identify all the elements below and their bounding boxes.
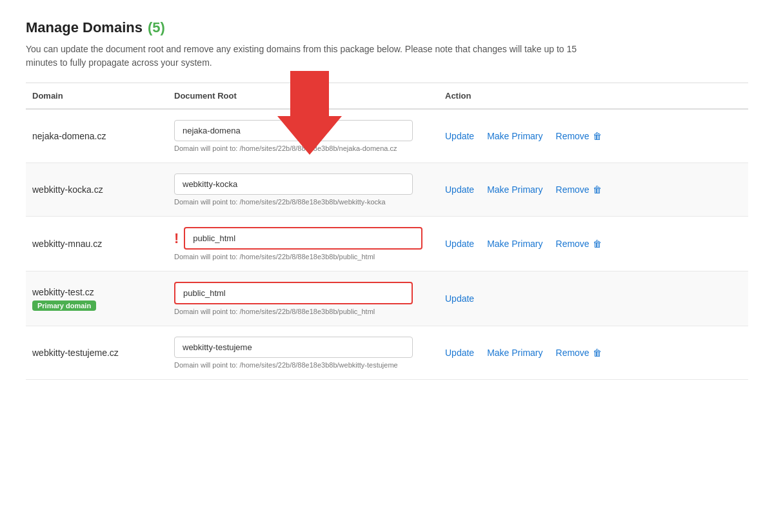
docroot-info-text: Domain will point to: /home/sites/22b/8/… — [174, 308, 432, 315]
docroot-input-container — [174, 337, 432, 358]
trash-icon: 🗑 — [593, 184, 602, 195]
action-remove-link[interactable]: Remove 🗑 — [556, 239, 602, 249]
table-header-row: Domain Document Root Action — [26, 83, 748, 110]
domain-name: webkitty-test.cz — [32, 287, 161, 297]
page-title: Manage Domains (5) — [26, 19, 748, 36]
title-text: Manage Domains — [26, 19, 143, 36]
col-header-domain: Domain — [26, 83, 168, 110]
table-row: webkitty-test.czPrimary domainDomain wil… — [26, 271, 748, 326]
action-cell: UpdateMake PrimaryRemove 🗑 — [439, 163, 748, 217]
domain-cell: webkitty-kocka.cz — [26, 163, 168, 217]
domain-table: Domain Document Root Action nejaka-domen… — [26, 83, 748, 380]
trash-icon: 🗑 — [593, 348, 602, 358]
docroot-info-text: Domain will point to: /home/sites/22b/8/… — [174, 198, 432, 206]
domain-name: webkitty-kocka.cz — [32, 184, 161, 195]
action-update-link[interactable]: Update — [445, 239, 474, 249]
col-header-docroot: Document Root — [168, 83, 439, 110]
domain-cell: webkitty-testujeme.cz — [26, 326, 168, 380]
domain-cell: webkitty-test.czPrimary domain — [26, 271, 168, 326]
domain-name: webkitty-testujeme.cz — [32, 348, 161, 358]
action-cell: UpdateMake PrimaryRemove 🗑 — [439, 217, 748, 271]
action-update-link[interactable]: Update — [445, 184, 474, 195]
action-cell: UpdateMake PrimaryRemove 🗑 — [439, 326, 748, 380]
col-header-action: Action — [439, 83, 748, 110]
page-wrapper: Manage Domains (5) You can update the do… — [26, 19, 748, 380]
table-row: nejaka-domena.czDomain will point to: /h… — [26, 109, 748, 163]
primary-domain-badge: Primary domain — [32, 300, 96, 311]
table-row: webkitty-testujeme.czDomain will point t… — [26, 326, 748, 380]
action-remove-link[interactable]: Remove 🗑 — [556, 348, 602, 358]
docroot-info-text: Domain will point to: /home/sites/22b/8/… — [174, 144, 432, 152]
action-make-primary-link[interactable]: Make Primary — [487, 184, 542, 195]
action-update-link[interactable]: Update — [445, 131, 474, 141]
domain-name: webkitty-mnau.cz — [32, 239, 161, 249]
action-cell: Update — [439, 271, 748, 326]
action-make-primary-link[interactable]: Make Primary — [487, 239, 542, 249]
docroot-cell: Domain will point to: /home/sites/22b/8/… — [168, 271, 439, 326]
docroot-input[interactable] — [174, 337, 413, 358]
domain-cell: nejaka-domena.cz — [26, 109, 168, 163]
docroot-input-container — [174, 173, 432, 195]
table-row: webkitty-mnau.cz!Domain will point to: /… — [26, 217, 748, 271]
docroot-input-container — [174, 120, 432, 141]
trash-icon: 🗑 — [593, 131, 602, 141]
action-update-link[interactable]: Update — [445, 348, 474, 358]
docroot-input[interactable] — [174, 282, 413, 304]
action-update-link[interactable]: Update — [445, 293, 474, 304]
domain-cell: webkitty-mnau.cz — [26, 217, 168, 271]
docroot-input-container — [174, 282, 432, 304]
error-icon: ! — [174, 232, 179, 246]
docroot-cell: !Domain will point to: /home/sites/22b/8… — [168, 217, 439, 271]
domain-name: nejaka-domena.cz — [32, 131, 161, 141]
docroot-info-text: Domain will point to: /home/sites/22b/8/… — [174, 361, 432, 369]
action-cell: UpdateMake PrimaryRemove 🗑 — [439, 109, 748, 163]
docroot-input[interactable] — [184, 227, 422, 250]
table-row: webkitty-kocka.czDomain will point to: /… — [26, 163, 748, 217]
docroot-info-text: Domain will point to: /home/sites/22b/8/… — [174, 253, 432, 261]
page-description: You can update the document root and rem… — [26, 43, 606, 70]
trash-icon: 🗑 — [593, 239, 602, 249]
docroot-input[interactable] — [174, 120, 413, 141]
docroot-cell: Domain will point to: /home/sites/22b/8/… — [168, 163, 439, 217]
docroot-input-container: ! — [174, 227, 432, 250]
docroot-cell: Domain will point to: /home/sites/22b/8/… — [168, 109, 439, 163]
count-badge: (5) — [148, 19, 165, 36]
docroot-input[interactable] — [174, 173, 413, 195]
action-remove-link[interactable]: Remove 🗑 — [556, 184, 602, 195]
action-make-primary-link[interactable]: Make Primary — [487, 131, 542, 141]
action-remove-link[interactable]: Remove 🗑 — [556, 131, 602, 141]
docroot-cell: Domain will point to: /home/sites/22b/8/… — [168, 326, 439, 380]
action-make-primary-link[interactable]: Make Primary — [487, 348, 542, 358]
page-header: Manage Domains (5) You can update the do… — [26, 19, 748, 70]
